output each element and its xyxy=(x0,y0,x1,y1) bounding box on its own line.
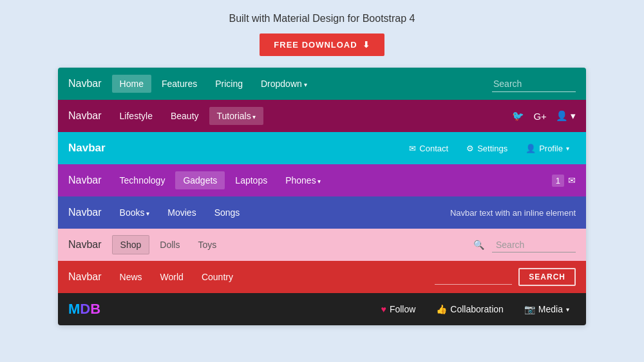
camera-icon: 📷 xyxy=(524,304,535,314)
follow-button[interactable]: ♥ Follow xyxy=(375,301,422,318)
navbar-5-nav: Books Movies Songs xyxy=(112,204,450,222)
gear-icon: ⚙ xyxy=(466,144,474,153)
navbar-1-right xyxy=(492,76,576,92)
navbar-2: Navbar Lifestyle Beauty Tutorials 🐦 G+ 👤… xyxy=(58,100,586,132)
navbar-6-item-dolls[interactable]: Dolls xyxy=(152,236,187,254)
download-button[interactable]: FREE DOWNLOAD ⬇ xyxy=(260,33,384,56)
notification-badge: 1 xyxy=(552,175,564,187)
navbar-4-item-laptops[interactable]: Laptops xyxy=(227,171,275,189)
navbar-1-item-dropdown[interactable]: Dropdown xyxy=(253,75,315,93)
navbar-6-nav: Shop Dolls Toys xyxy=(112,235,473,254)
navbar-6-item-toys[interactable]: Toys xyxy=(190,236,224,254)
download-icon: ⬇ xyxy=(363,40,370,50)
navbar-2-item-tutorials[interactable]: Tutorials xyxy=(209,107,264,125)
navbar-5-item-books[interactable]: Books xyxy=(112,204,158,222)
navbar-6-right: 🔍 xyxy=(473,238,576,252)
media-button[interactable]: 📷 Media xyxy=(518,301,576,318)
profile-button[interactable]: 👤 Profile xyxy=(519,140,576,157)
navbar-7-brand: Navbar xyxy=(68,271,102,283)
navbars-container: Navbar Home Features Pricing Dropdown Na… xyxy=(58,68,586,325)
navbar-7: Navbar News World Country SEARCH xyxy=(58,261,586,293)
logo-m: M xyxy=(68,301,80,317)
navbar-4-item-gadgets[interactable]: Gadgets xyxy=(175,171,225,189)
twitter-icon[interactable]: 🐦 xyxy=(512,110,524,122)
page-title: Built with Material Design for Bootstrap… xyxy=(229,13,415,24)
navbar-7-right: SEARCH xyxy=(435,268,576,286)
navbar-1-item-features[interactable]: Features xyxy=(154,75,205,93)
heart-icon: ♥ xyxy=(381,304,386,314)
navbar-2-item-beauty[interactable]: Beauty xyxy=(163,107,207,125)
navbar-1: Navbar Home Features Pricing Dropdown xyxy=(58,68,586,100)
profile-label: Profile xyxy=(539,144,563,153)
navbar-1-brand: Navbar xyxy=(68,78,102,90)
navbar-6-search[interactable] xyxy=(492,238,576,252)
navbar-4-item-phones[interactable]: Phones xyxy=(278,171,328,189)
navbar-4-nav: Technology Gadgets Laptops Phones xyxy=(112,171,552,189)
navbar-7-search-button[interactable]: SEARCH xyxy=(518,268,576,286)
collaboration-button[interactable]: 👍 Collaboration xyxy=(430,301,510,318)
navbar-1-nav: Home Features Pricing Dropdown xyxy=(112,75,492,93)
navbar-2-social: 🐦 G+ 👤 ▾ xyxy=(512,110,576,122)
navbar-2-item-lifestyle[interactable]: Lifestyle xyxy=(112,107,160,125)
navbar-7-search[interactable] xyxy=(435,270,512,285)
envelope-icon: ✉ xyxy=(409,144,416,153)
search-icon: 🔍 xyxy=(473,240,484,250)
mail-icon[interactable]: ✉ xyxy=(568,175,576,186)
navbar-5-item-movies[interactable]: Movies xyxy=(160,204,204,222)
user-icon[interactable]: 👤 ▾ xyxy=(556,110,576,122)
navbar-2-nav: Lifestyle Beauty Tutorials xyxy=(112,107,513,125)
navbar-3: Navbar ✉ Contact ⚙ Settings 👤 Profile xyxy=(58,132,586,164)
person-icon: 👤 xyxy=(526,144,536,153)
download-label: FREE DOWNLOAD xyxy=(274,40,357,50)
navbar-7-nav: News World Country xyxy=(112,268,435,286)
collaboration-label: Collaboration xyxy=(450,304,504,314)
navbar-4-right: 1 ✉ xyxy=(552,175,576,187)
navbar-4: Navbar Technology Gadgets Laptops Phones… xyxy=(58,164,586,196)
navbar-5-inline-text: Navbar text with an inline element xyxy=(450,208,576,218)
navbar-7-item-news[interactable]: News xyxy=(112,268,150,286)
contact-button[interactable]: ✉ Contact xyxy=(402,140,455,157)
navbar-7-item-country[interactable]: Country xyxy=(194,268,241,286)
media-label: Media xyxy=(538,304,563,314)
navbar-2-brand: Navbar xyxy=(68,110,102,122)
navbar-1-item-home[interactable]: Home xyxy=(112,75,151,93)
navbar-5: Navbar Books Movies Songs Navbar text wi… xyxy=(58,196,586,229)
navbar-8: MDB ♥ Follow 👍 Collaboration 📷 Media xyxy=(58,293,586,325)
thumbsup-icon: 👍 xyxy=(436,304,447,314)
navbar-1-item-pricing[interactable]: Pricing xyxy=(207,75,251,93)
navbar-3-right: ✉ Contact ⚙ Settings 👤 Profile xyxy=(402,140,576,157)
googleplus-icon[interactable]: G+ xyxy=(533,111,546,122)
navbar-1-search[interactable] xyxy=(492,76,576,92)
navbar-3-brand: Navbar xyxy=(68,142,106,155)
navbar-6-item-shop[interactable]: Shop xyxy=(112,235,150,254)
navbar-5-item-songs[interactable]: Songs xyxy=(207,204,248,222)
navbar-7-item-world[interactable]: World xyxy=(153,268,191,286)
logo-d: D xyxy=(80,301,90,317)
logo-b: B xyxy=(90,301,100,317)
follow-label: Follow xyxy=(390,304,415,314)
settings-label: Settings xyxy=(477,144,507,153)
navbar-6-brand: Navbar xyxy=(68,239,102,251)
settings-button[interactable]: ⚙ Settings xyxy=(460,140,514,157)
navbar-4-item-technology[interactable]: Technology xyxy=(112,171,173,189)
navbar-4-brand: Navbar xyxy=(68,175,102,186)
contact-label: Contact xyxy=(419,144,448,153)
mdb-logo: MDB xyxy=(68,301,100,318)
navbar-8-right: ♥ Follow 👍 Collaboration 📷 Media xyxy=(375,301,576,318)
navbar-5-brand: Navbar xyxy=(68,207,102,218)
navbar-6: Navbar Shop Dolls Toys 🔍 xyxy=(58,229,586,261)
